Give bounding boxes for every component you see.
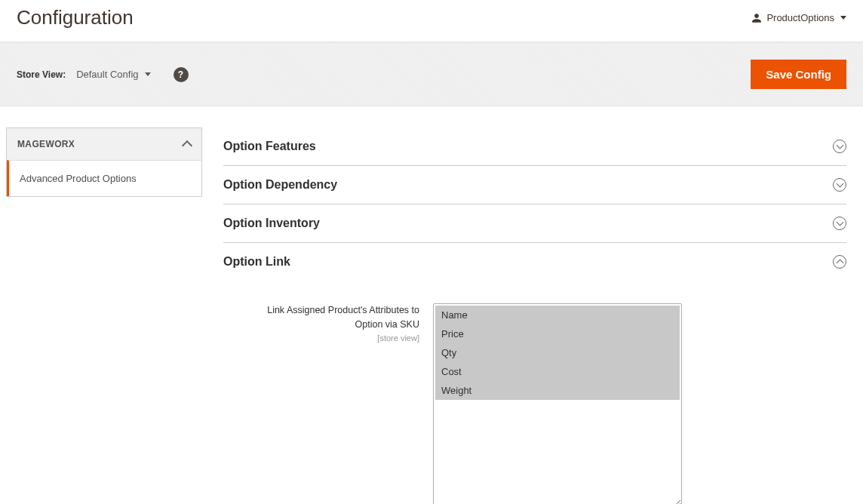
multiselect-option[interactable]: Name <box>435 306 680 324</box>
store-view-value: Default Config <box>76 69 138 80</box>
sidebar-group-header[interactable]: MAGEWORX <box>7 128 201 160</box>
sidebar-item-label: Advanced Product Options <box>20 173 137 184</box>
store-view-select[interactable]: Default Config <box>76 69 150 80</box>
chevron-up-icon <box>833 255 846 269</box>
save-config-button[interactable]: Save Config <box>751 60 846 89</box>
field-control-column: NamePriceQtyCostWeight <box>433 303 846 504</box>
accordion-option-dependency[interactable]: Option Dependency <box>223 166 846 204</box>
field-label-column: Link Assigned Product's Attributes to Op… <box>223 303 419 504</box>
main-column: Option Features Option Dependency Option… <box>223 128 846 504</box>
chevron-up-icon <box>182 140 192 151</box>
multiselect-option[interactable]: Price <box>435 324 680 343</box>
page-header: Configuration ProductOptions <box>0 0 863 42</box>
help-icon[interactable]: ? <box>174 67 189 82</box>
caret-down-icon <box>840 16 846 20</box>
page-title: Configuration <box>17 6 134 29</box>
chevron-down-icon <box>833 140 846 153</box>
multiselect-option[interactable]: Cost <box>435 362 680 381</box>
option-link-body: Link Assigned Product's Attributes to Op… <box>223 281 846 504</box>
accordion-title: Option Link <box>223 255 290 269</box>
multiselect-option[interactable]: Qty <box>435 343 680 362</box>
field-label-line1: Link Assigned Product's Attributes to <box>267 305 419 315</box>
field-label-line2: Option via SKU <box>355 319 419 330</box>
store-view-label: Store View: <box>17 69 66 80</box>
user-icon <box>751 13 762 23</box>
chevron-down-icon <box>833 217 846 230</box>
accordion-option-features[interactable]: Option Features <box>223 128 846 166</box>
field-label: Link Assigned Product's Attributes to Op… <box>223 303 419 332</box>
actions-bar: Store View: Default Config ? Save Config <box>0 42 863 106</box>
sidebar-group-label: MAGEWORX <box>17 139 75 149</box>
chevron-down-icon <box>833 178 846 192</box>
sidebar-group: MAGEWORX Advanced Product Options <box>6 128 202 197</box>
field-scope: [store view] <box>223 333 419 343</box>
account-menu[interactable]: ProductOptions <box>751 12 846 23</box>
multiselect-option[interactable]: Weight <box>435 381 680 400</box>
link-attributes-multiselect[interactable]: NamePriceQtyCostWeight <box>433 303 682 504</box>
caret-down-icon <box>145 72 151 76</box>
account-username: ProductOptions <box>766 12 834 23</box>
accordion-option-inventory[interactable]: Option Inventory <box>223 204 846 243</box>
accordion-title: Option Inventory <box>223 217 320 230</box>
accordion-title: Option Features <box>223 140 316 153</box>
content-wrapper: MAGEWORX Advanced Product Options Option… <box>0 106 863 504</box>
accordion-option-link[interactable]: Option Link <box>223 243 846 281</box>
sidebar: MAGEWORX Advanced Product Options <box>6 128 202 504</box>
sidebar-item-advanced-product-options[interactable]: Advanced Product Options <box>7 160 201 196</box>
accordion-title: Option Dependency <box>223 178 337 192</box>
